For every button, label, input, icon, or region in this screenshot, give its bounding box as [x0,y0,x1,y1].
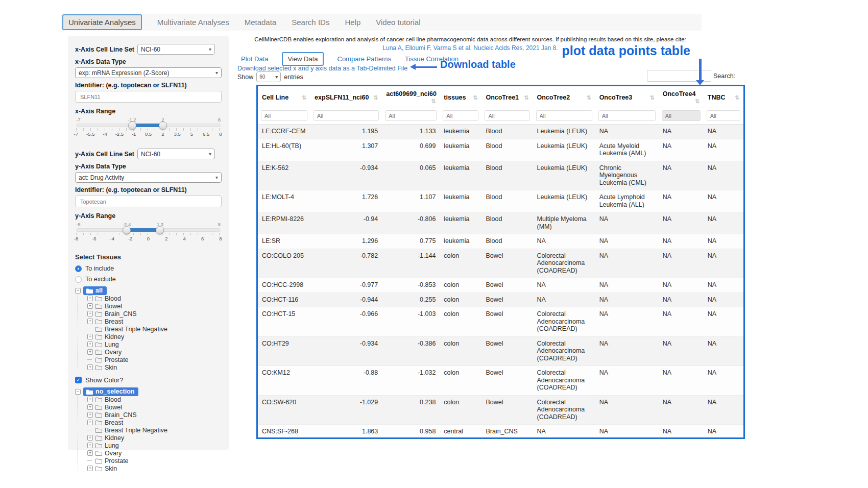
expand-icon[interactable]: + [87,466,93,471]
y-axis-cell-line-set-select[interactable]: NCI-60 ▾ [137,149,215,159]
table-row[interactable]: CO:HCC-2998-0.977-0.853colonBowelNANANAN… [258,278,743,293]
tree-item-ovary[interactable]: +Ovary [87,449,222,457]
column-header-tissues[interactable]: tissues⇅ [440,86,481,108]
column-header-oncotree3[interactable]: OncoTree3⇅ [595,86,659,108]
collapse-icon[interactable]: − [75,288,81,294]
expand-icon[interactable]: + [87,404,93,410]
tree-item-brain-cns[interactable]: +Brain_CNS [87,411,222,419]
expand-icon[interactable]: + [87,397,93,402]
table-row[interactable]: CNS:SF-2681.8630.958central nervous syst… [258,425,743,440]
tree-item-skin[interactable]: +Skin [87,363,222,371]
filter-input-tissues[interactable] [443,110,478,121]
expand-icon[interactable]: + [87,319,93,324]
expand-icon[interactable]: + [87,435,93,441]
slider-track[interactable] [76,228,221,232]
tab-plot-data[interactable]: Plot Data [241,55,268,63]
tree-item-blood[interactable]: +Blood [87,396,222,403]
sort-icon[interactable]: ⇅ [735,94,739,101]
expand-icon[interactable]: + [87,334,93,339]
column-header-oncotree2[interactable]: OncoTree2⇅ [533,86,595,108]
expand-icon[interactable]: + [87,364,93,370]
tab-compare-patterns[interactable]: Compare Patterns [337,55,392,63]
sort-icon[interactable]: ⇅ [431,98,436,105]
table-row[interactable]: CO:HCT-116-0.9440.255colonBowelNANANANA [258,292,743,307]
expand-icon[interactable]: + [87,450,93,456]
table-row[interactable]: LE:SR1.2960.775leukemiaBloodNANANANA [258,234,743,249]
column-header-expslfn11-nci60[interactable]: expSLFN11_nci60⇅ [310,86,382,108]
nav-item-help[interactable]: Help [345,18,360,27]
expand-icon[interactable]: + [87,349,93,355]
table-row[interactable]: CO:HCT-15-0.966-1.003colonBowelColorecta… [258,307,743,337]
slider-track[interactable] [76,124,221,127]
filter-input-tnbc[interactable] [707,110,740,121]
tree-item-kidney[interactable]: +Kidney [87,333,222,340]
tree-item-breast-triple-negative[interactable]: Breast Triple Negative [87,325,222,333]
slider-handle-low[interactable] [123,226,131,234]
tree-item-lung[interactable]: +Lung [87,442,222,449]
nav-item-video-tutorial[interactable]: Video tutorial [376,18,420,27]
tree-item-breast-triple-negative[interactable]: Breast Triple Negative [87,426,222,434]
filter-input-expslfn11-nci60[interactable] [314,110,379,121]
table-row[interactable]: LE:HL-60(TB)1.3070.699leukemiaBloodLeuke… [258,139,743,161]
expand-icon[interactable]: + [87,420,93,425]
sort-icon[interactable]: ⇅ [473,94,477,101]
x-axis-cell-line-set-select[interactable]: NCI-60 ▾ [137,44,215,55]
tree-item-prostate[interactable]: Prostate [87,356,222,363]
tree-item-blood[interactable]: +Blood [87,295,222,302]
tree-item-kidney[interactable]: +Kidney [87,434,222,442]
y-axis-range-slider[interactable]: -8-2.41.38-8-6-4-202468 [76,222,221,246]
expand-icon[interactable]: + [87,341,93,347]
filter-input-oncotree3[interactable] [598,110,656,121]
sort-icon[interactable]: ⇅ [373,94,378,101]
tree-item-breast[interactable]: +Breast [87,318,222,325]
nav-item-search-ids[interactable]: Search IDs [292,18,329,27]
table-row[interactable]: LE:K-562-0.9340.065leukemiaBloodLeukemia… [258,161,743,190]
sort-icon[interactable]: ⇅ [695,98,700,105]
slider-handle-high[interactable] [159,121,167,130]
table-row[interactable]: CO:HT29-0.934-0.386colonBowelColorectal … [258,336,743,366]
slider-handle-low[interactable] [128,121,136,130]
sort-icon[interactable]: ⇅ [524,94,528,101]
expand-icon[interactable]: + [87,412,93,418]
y-axis-identifier-input[interactable]: Topotecan [75,196,222,207]
sort-icon[interactable]: ⇅ [650,94,655,101]
tree-item-brain-cns[interactable]: +Brain_CNS [87,310,222,318]
column-header-tnbc[interactable]: TNBC⇅ [704,86,743,108]
table-row[interactable]: CO:COLO 205-0.782-1.144colonBowelColorec… [258,249,743,278]
filter-input-oncotree4[interactable] [662,110,701,121]
expand-icon[interactable]: + [87,296,93,301]
expand-icon[interactable]: + [87,311,93,316]
x-axis-range-slider[interactable]: -7-1.228-7-5.5-4-2.5-10.523.556.58 [76,117,221,141]
show-color-checkbox-row[interactable]: ✓ Show Color? [75,376,222,384]
nav-item-multivariate-analyses[interactable]: Multivariate Analyses [157,18,229,27]
x-axis-identifier-input[interactable]: SLFN11 [75,91,222,103]
collapse-icon[interactable]: − [75,389,81,395]
nav-item-univariate-analyses[interactable]: Univariate Analyses [62,14,142,30]
tree-item-breast[interactable]: +Breast [87,419,222,426]
sort-icon[interactable]: ⇅ [586,94,591,101]
expand-icon[interactable]: + [87,303,93,309]
column-header-oncotree4[interactable]: OncoTree4⇅ [659,86,704,108]
expand-icon[interactable]: + [87,443,93,448]
column-header-oncotree1[interactable]: OncoTree1⇅ [481,86,533,108]
column-header-act609699-nci60[interactable]: act609699_nci60⇅ [382,86,440,108]
tab-view-data[interactable]: View Data [282,52,323,66]
radio-to-exclude[interactable]: To exclude [75,276,222,283]
filter-input-cell-line[interactable] [261,110,307,121]
table-row[interactable]: CO:SW-620-1.0290.238colonBowelColorectal… [258,395,743,425]
table-row[interactable]: CO:KM12-0.88-1.032colonBowelColorectal A… [258,366,743,396]
tree-item-ovary[interactable]: +Ovary [87,348,222,356]
tree-item-lung[interactable]: +Lung [87,340,222,348]
filter-input-act609699-nci60[interactable] [385,110,437,121]
sort-icon[interactable]: ⇅ [302,94,306,101]
tree-root-all[interactable]: −all [75,287,222,295]
slider-handle-high[interactable] [156,226,164,234]
nav-item-metadata[interactable]: Metadata [245,18,277,27]
filter-input-oncotree1[interactable] [485,110,529,121]
radio-to-include[interactable]: To include [75,265,222,272]
x-axis-data-type-select[interactable]: exp: mRNA Expression (Z-Score) ▾ [75,67,222,78]
tree-item-bowel[interactable]: +Bowel [87,403,222,411]
tree-item-bowel[interactable]: +Bowel [87,302,222,310]
y-axis-data-type-select[interactable]: act: Drug Activity ▾ [75,172,222,183]
tree-root-no-selection[interactable]: −no_selection [75,388,222,396]
